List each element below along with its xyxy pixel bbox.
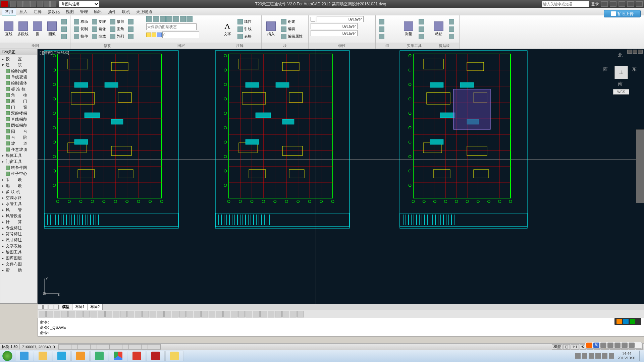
status-toggle-6[interactable] <box>97 344 103 350</box>
task-browser2[interactable] <box>90 351 108 361</box>
palette-title[interactable]: T20天正... <box>0 49 37 55</box>
qat-save-icon[interactable] <box>23 1 30 7</box>
status-toggle-11[interactable] <box>128 344 135 350</box>
ime-toolbar[interactable]: 英 <box>585 342 642 349</box>
lineweight-select[interactable]: ByLayer <box>311 23 358 29</box>
status-toggle-3[interactable] <box>77 344 84 350</box>
tree-item[interactable]: 圆弧梯段 <box>0 122 37 128</box>
panel-title-block[interactable]: 块 <box>262 43 308 49</box>
status-viewport-icon[interactable]: ▢ <box>563 344 570 350</box>
toolbar-btn-29[interactable] <box>253 311 260 317</box>
layer-iso-icon[interactable] <box>160 16 166 22</box>
toolbar-btn-16[interactable] <box>157 311 164 317</box>
paste-button[interactable]: 粘贴 <box>431 17 446 41</box>
toolbar-btn-24[interactable] <box>216 311 223 317</box>
workspace-select[interactable]: 草图与注释 <box>59 1 99 7</box>
circle-button[interactable]: 圆 <box>31 17 44 41</box>
viewcube-south[interactable]: 南 <box>618 81 623 87</box>
tree-item[interactable]: ▸绘图工具 <box>0 249 37 255</box>
status-toggle-7[interactable] <box>103 344 110 350</box>
tree-item[interactable]: ▸专业标注 <box>0 225 37 231</box>
tray-clock[interactable]: 14:44 2016/10/31 <box>615 352 638 360</box>
tree-item[interactable]: ▸多 联 机 <box>0 189 37 195</box>
toolbar-btn-27[interactable] <box>238 311 245 317</box>
util-2[interactable] <box>417 26 425 33</box>
ime-lang-icon[interactable]: 英 <box>593 343 599 348</box>
tray-shield-icon[interactable] <box>595 353 601 359</box>
measure-button[interactable]: 测量 <box>401 17 416 41</box>
status-model[interactable]: 模型 <box>552 344 562 350</box>
ime-logo-icon[interactable] <box>586 343 592 348</box>
panel-title-annot[interactable]: 注释 <box>218 43 261 49</box>
layer-off-icon[interactable] <box>180 16 186 22</box>
status-toggle-14[interactable] <box>148 344 154 350</box>
login-label[interactable]: 登录 <box>591 1 599 7</box>
ime-skin-icon[interactable] <box>622 343 628 348</box>
lock-badge-3[interactable] <box>630 319 635 324</box>
task-help[interactable] <box>165 351 183 361</box>
command-line[interactable]: 命令: 命令: _QSAVE 命令: <box>38 318 644 337</box>
exchange-icon[interactable] <box>601 1 608 7</box>
tree-item[interactable]: 任意坡顶 <box>0 146 37 153</box>
task-pdf[interactable] <box>128 351 146 361</box>
status-toggle-5[interactable] <box>90 344 97 350</box>
insert-block-button[interactable]: 插入 <box>264 17 278 41</box>
util-1[interactable] <box>417 18 425 25</box>
qat-undo-icon[interactable] <box>30 1 36 7</box>
block-edit-button[interactable]: 编辑 <box>280 26 304 33</box>
status-toggle-1[interactable] <box>65 344 71 350</box>
drawing-area[interactable]: [-][俯视][二维线框] 北 南 西 东 上 WCS Y X <box>38 49 644 304</box>
toolbar-btn-31[interactable] <box>268 311 274 317</box>
start-button[interactable] <box>0 350 15 362</box>
group-btn-1[interactable] <box>378 18 386 25</box>
toolbar-btn-5[interactable] <box>76 311 83 317</box>
toolbar-btn-1[interactable] <box>46 311 53 317</box>
tree-item[interactable]: 台 阶 <box>0 134 37 140</box>
toolbar-btn-26[interactable] <box>231 311 237 317</box>
scale-button[interactable]: 缩放 <box>91 33 107 40</box>
status-toggle-0[interactable] <box>58 344 65 350</box>
tree-item[interactable]: 阳 台 <box>0 128 37 134</box>
layer-lock-icon[interactable] <box>173 16 179 22</box>
task-ie[interactable] <box>15 351 33 361</box>
panel-title-util[interactable]: 实用工具 <box>399 43 429 49</box>
block-create-button[interactable]: 创建 <box>280 18 304 25</box>
task-explorer[interactable] <box>34 351 52 361</box>
minimize-icon[interactable] <box>619 1 625 7</box>
qat-more-icon[interactable] <box>50 1 56 7</box>
tab-addins[interactable]: 插件 <box>105 8 119 15</box>
status-toggle-12[interactable] <box>135 344 142 350</box>
util-3[interactable] <box>417 33 425 40</box>
tree-item[interactable]: 柱子空心 <box>0 171 37 177</box>
tree-item[interactable]: 单线变墙 <box>0 74 37 80</box>
status-toggle-15[interactable] <box>154 344 161 350</box>
toolbar-btn-9[interactable] <box>105 311 112 317</box>
viewcube[interactable]: 北 南 西 东 上 WCS <box>604 52 637 99</box>
tab-layout1[interactable]: 布局1 <box>72 304 88 310</box>
tab-parametric[interactable]: 参数化 <box>45 8 62 15</box>
close-icon[interactable] <box>636 1 643 7</box>
status-toggle-2[interactable] <box>71 344 78 350</box>
status-toggle-8[interactable] <box>109 344 116 350</box>
toolbar-btn-22[interactable] <box>201 311 208 317</box>
qat-new-icon[interactable] <box>10 1 16 7</box>
lock-badge-2[interactable] <box>623 319 629 324</box>
tree-item[interactable]: ▸文件布图 <box>0 261 37 267</box>
toolbar-btn-32[interactable] <box>275 311 282 317</box>
ime-punct-icon[interactable] <box>600 343 606 348</box>
toolbar-btn-23[interactable] <box>209 311 215 317</box>
layer-match-icon[interactable] <box>186 16 193 22</box>
tray-bt-icon[interactable] <box>602 353 607 359</box>
toolbar-btn-35[interactable] <box>297 311 304 317</box>
layer-state-select[interactable] <box>146 23 197 30</box>
toolbar-btn-4[interactable] <box>68 311 75 317</box>
tree-item[interactable]: ▸计 算 <box>0 219 37 225</box>
tab-home[interactable]: 常用 <box>2 8 16 16</box>
polyline-button[interactable]: 多段线 <box>16 17 30 41</box>
status-toggle-9[interactable] <box>116 344 122 350</box>
panel-title-clip[interactable]: 剪贴板 <box>429 43 459 49</box>
tree-item[interactable]: ▸文字表格 <box>0 243 37 249</box>
view-label[interactable]: [-][俯视][二维线框] <box>40 50 69 55</box>
task-media[interactable] <box>71 351 90 361</box>
erase-button[interactable] <box>127 18 135 25</box>
